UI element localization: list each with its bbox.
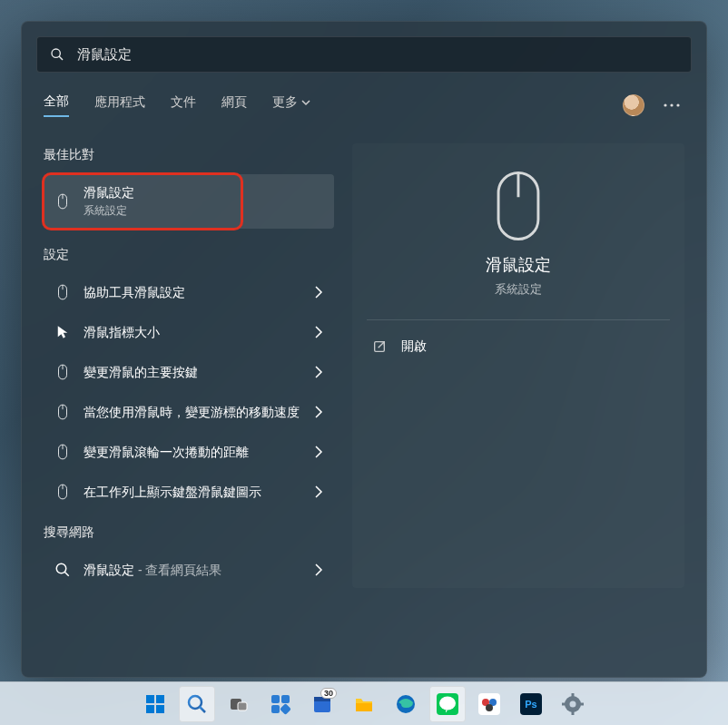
taskbar-widgets[interactable] bbox=[262, 686, 299, 722]
taskbar-photoshop[interactable]: Ps bbox=[513, 686, 549, 722]
mouse-icon bbox=[54, 193, 71, 210]
settings-result-title: 協助工具滑鼠設定 bbox=[84, 284, 307, 301]
svg-point-41 bbox=[486, 704, 493, 711]
chevron-right-icon bbox=[314, 563, 323, 577]
search-icon bbox=[54, 562, 71, 578]
svg-rect-33 bbox=[280, 703, 291, 715]
detail-subtitle: 系統設定 bbox=[495, 281, 542, 298]
svg-point-2 bbox=[664, 103, 666, 106]
mouse-icon bbox=[54, 284, 71, 300]
taskbar-edge[interactable] bbox=[388, 686, 424, 722]
start-search-panel: 滑鼠設定 全部 應用程式 文件 網頁 更多 最佳比對 滑鼠設定 系 bbox=[21, 21, 707, 678]
section-best-match: 最佳比對 bbox=[44, 147, 334, 163]
chevron-right-icon bbox=[314, 325, 323, 339]
detail-title: 滑鼠設定 bbox=[486, 254, 551, 276]
taskview-icon bbox=[228, 693, 250, 715]
svg-point-38 bbox=[439, 696, 456, 710]
settings-result[interactable]: 滑鼠指標大小 bbox=[44, 314, 334, 350]
settings-result-title: 當您使用滑鼠時，變更游標的移動速度 bbox=[84, 404, 307, 421]
open-label: 開啟 bbox=[401, 338, 427, 355]
svg-rect-36 bbox=[356, 703, 372, 711]
tab-documents[interactable]: 文件 bbox=[171, 94, 196, 116]
open-action[interactable]: 開啟 bbox=[352, 320, 684, 373]
photoshop-icon: Ps bbox=[520, 693, 542, 715]
settings-result-title: 變更滑鼠滾輪一次捲動的距離 bbox=[84, 444, 307, 461]
taskbar-start[interactable] bbox=[137, 686, 173, 722]
settings-result[interactable]: 在工作列上顯示鍵盤滑鼠鍵圖示 bbox=[44, 474, 334, 510]
settings-result-title: 在工作列上顯示鍵盤滑鼠鍵圖示 bbox=[84, 484, 307, 501]
taskbar-taskview[interactable] bbox=[221, 686, 257, 722]
svg-point-17 bbox=[56, 563, 66, 573]
open-icon bbox=[372, 339, 387, 354]
collab-icon bbox=[478, 693, 500, 715]
search-icon bbox=[186, 693, 208, 715]
search-input[interactable]: 滑鼠設定 bbox=[36, 36, 692, 73]
folder-icon bbox=[353, 693, 375, 715]
chevron-right-icon bbox=[314, 485, 323, 499]
mouse-icon bbox=[54, 404, 71, 420]
tab-apps[interactable]: 應用程式 bbox=[94, 94, 145, 116]
edge-icon bbox=[395, 693, 417, 715]
best-match-result[interactable]: 滑鼠設定 系統設定 bbox=[44, 174, 334, 229]
chevron-right-icon bbox=[314, 445, 323, 459]
svg-rect-25 bbox=[156, 705, 164, 713]
ellipsis-icon bbox=[664, 103, 680, 107]
chevron-right-icon bbox=[314, 405, 323, 419]
taskbar-line[interactable] bbox=[429, 686, 466, 722]
tab-all[interactable]: 全部 bbox=[44, 93, 69, 117]
best-match-title: 滑鼠設定 bbox=[84, 184, 323, 201]
calendar-badge: 30 bbox=[320, 688, 337, 699]
settings-result[interactable]: 當您使用滑鼠時，變更游標的移動速度 bbox=[44, 394, 334, 430]
svg-line-1 bbox=[59, 56, 63, 60]
search-query-text: 滑鼠設定 bbox=[77, 46, 132, 64]
taskbar-explorer[interactable] bbox=[346, 686, 382, 722]
svg-point-0 bbox=[52, 49, 60, 57]
svg-rect-24 bbox=[146, 705, 154, 713]
svg-point-43 bbox=[570, 701, 576, 707]
taskbar-search[interactable] bbox=[179, 686, 215, 722]
settings-result-title: 變更滑鼠的主要按鍵 bbox=[84, 364, 307, 381]
svg-line-18 bbox=[64, 572, 69, 576]
options-button[interactable] bbox=[659, 93, 684, 118]
search-tabs: 全部 應用程式 文件 網頁 更多 bbox=[22, 85, 706, 125]
user-avatar[interactable] bbox=[623, 94, 644, 116]
taskbar: 30 Ps bbox=[0, 681, 728, 725]
settings-result[interactable]: 變更滑鼠的主要按鍵 bbox=[44, 354, 334, 390]
section-search-web: 搜尋網路 bbox=[44, 524, 334, 541]
taskbar-settings[interactable] bbox=[555, 686, 591, 722]
chevron-right-icon bbox=[314, 285, 323, 299]
svg-rect-30 bbox=[271, 695, 280, 703]
widgets-icon bbox=[270, 693, 291, 715]
taskbar-calendar[interactable]: 30 bbox=[304, 686, 340, 722]
chevron-down-icon bbox=[301, 98, 310, 107]
detail-panel: 滑鼠設定 系統設定 開啟 bbox=[352, 143, 684, 588]
search-icon bbox=[50, 47, 64, 62]
taskbar-app-collab[interactable] bbox=[471, 686, 507, 722]
svg-point-26 bbox=[189, 696, 202, 709]
mouse-icon bbox=[54, 444, 71, 460]
gear-icon bbox=[562, 693, 584, 715]
chevron-right-icon bbox=[314, 365, 323, 379]
svg-point-4 bbox=[676, 103, 679, 106]
svg-rect-32 bbox=[271, 705, 280, 713]
svg-line-27 bbox=[200, 707, 205, 712]
cursor-icon bbox=[54, 324, 71, 340]
windows-icon bbox=[144, 693, 166, 715]
line-icon bbox=[437, 693, 458, 715]
svg-point-3 bbox=[670, 103, 673, 106]
settings-result[interactable]: 協助工具滑鼠設定 bbox=[44, 274, 334, 310]
mouse-icon bbox=[54, 364, 71, 380]
tab-web[interactable]: 網頁 bbox=[221, 94, 247, 116]
section-settings: 設定 bbox=[44, 247, 334, 263]
svg-rect-31 bbox=[281, 695, 290, 703]
tab-more[interactable]: 更多 bbox=[272, 94, 310, 116]
web-search-result[interactable]: 滑鼠設定 - 查看網頁結果 bbox=[44, 552, 334, 588]
mouse-icon bbox=[491, 171, 546, 241]
web-result-title: 滑鼠設定 bbox=[84, 563, 134, 577]
best-match-subtitle: 系統設定 bbox=[84, 203, 323, 218]
svg-rect-22 bbox=[146, 695, 154, 703]
svg-rect-29 bbox=[238, 702, 247, 710]
web-result-suffix: - 查看網頁結果 bbox=[134, 563, 221, 577]
settings-result[interactable]: 變更滑鼠滾輪一次捲動的距離 bbox=[44, 434, 334, 470]
svg-rect-23 bbox=[156, 695, 164, 703]
